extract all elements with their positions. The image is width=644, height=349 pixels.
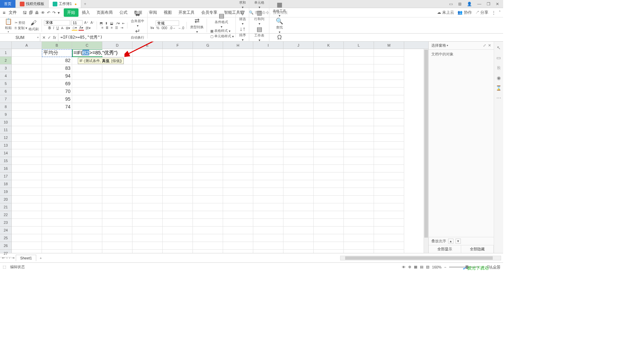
cell-D19[interactable]	[102, 188, 132, 196]
cell-M2[interactable]	[374, 57, 404, 64]
cell-H6[interactable]	[223, 88, 253, 95]
merge-center-button[interactable]: ⬌合并居中▾	[129, 11, 146, 28]
view-page-icon[interactable]: ▤	[420, 265, 423, 269]
row-header-14[interactable]: 14	[0, 149, 11, 157]
indent-dec-icon[interactable]: ⇤	[121, 21, 125, 26]
horizontal-scrollbar[interactable]	[340, 256, 501, 260]
fx-icon[interactable]: fx	[53, 35, 56, 40]
cell-F23[interactable]	[163, 219, 193, 227]
qat-dropdown-icon[interactable]: ▾	[58, 10, 60, 15]
cell-F4[interactable]	[163, 72, 193, 80]
cell-J18[interactable]	[283, 180, 314, 188]
cell-D6[interactable]	[102, 88, 132, 95]
cell-F3[interactable]	[163, 64, 193, 72]
cell-B7[interactable]: 95	[42, 95, 72, 103]
cells-button[interactable]: ▭单元格▾	[253, 0, 266, 9]
cell-K14[interactable]	[314, 149, 344, 157]
cell-G1[interactable]	[193, 49, 223, 57]
cell-L24[interactable]	[344, 227, 374, 234]
cell-L6[interactable]	[344, 88, 374, 95]
cell-M20[interactable]	[374, 196, 404, 203]
cell-D15[interactable]	[102, 157, 132, 165]
cell-C25[interactable]	[72, 234, 102, 242]
italic-button[interactable]: I	[52, 26, 55, 30]
align-bot-icon[interactable]: ⬓	[109, 21, 114, 26]
move-down-icon[interactable]: ▾	[455, 239, 461, 244]
cell-M4[interactable]	[374, 72, 404, 80]
row-header-25[interactable]: 25	[0, 234, 11, 242]
cell-K8[interactable]	[314, 103, 344, 111]
cell-C21[interactable]	[72, 203, 102, 211]
cell-F25[interactable]	[163, 234, 193, 242]
cell-L4[interactable]	[344, 72, 374, 80]
cell-B19[interactable]	[42, 188, 72, 196]
minimize-button[interactable]: —	[476, 2, 483, 6]
cell-A7[interactable]	[12, 95, 42, 103]
cell-I23[interactable]	[253, 219, 283, 227]
rowcol-button[interactable]: ▥行和列▾	[253, 9, 266, 26]
cell-K5[interactable]	[314, 80, 344, 88]
cell-B27[interactable]	[42, 250, 72, 253]
cell-M27[interactable]	[374, 250, 404, 253]
cell-K25[interactable]	[314, 234, 344, 242]
cell-F15[interactable]	[163, 157, 193, 165]
cell-B6[interactable]: 70	[42, 88, 72, 95]
cell-B21[interactable]	[42, 203, 72, 211]
cell-I4[interactable]	[253, 72, 283, 80]
cell-E4[interactable]	[132, 72, 163, 80]
cell-D10[interactable]	[102, 118, 132, 126]
cell-B3[interactable]: 83	[42, 64, 72, 72]
cell-style-button[interactable]: ▢ 单元格样式▾	[210, 34, 234, 39]
cell-C22[interactable]	[72, 211, 102, 219]
cell-M6[interactable]	[374, 88, 404, 95]
cell-J8[interactable]	[283, 103, 314, 111]
cell-D14[interactable]	[102, 149, 132, 157]
cell-F22[interactable]	[163, 211, 193, 219]
cell-H26[interactable]	[223, 242, 253, 250]
cell-B9[interactable]	[42, 111, 72, 118]
justify-icon[interactable]: ☰	[114, 26, 119, 30]
cell-E13[interactable]	[132, 142, 163, 149]
cell-A8[interactable]	[12, 103, 42, 111]
cell-F17[interactable]	[163, 172, 193, 180]
cell-K26[interactable]	[314, 242, 344, 250]
currency-icon[interactable]: ¥▾	[150, 26, 155, 30]
cell-D7[interactable]	[102, 95, 132, 103]
cell-E6[interactable]	[132, 88, 163, 95]
share-button[interactable]: ↗ 分享	[475, 10, 488, 15]
cell-C8[interactable]	[72, 103, 102, 111]
cell-I10[interactable]	[253, 118, 283, 126]
cell-G22[interactable]	[193, 211, 223, 219]
cell-K2[interactable]	[314, 57, 344, 64]
move-up-icon[interactable]: ▴	[448, 239, 453, 244]
cell-G4[interactable]	[193, 72, 223, 80]
cell-E27[interactable]	[132, 250, 163, 253]
cell-C16[interactable]	[72, 165, 102, 172]
cell-D3[interactable]	[102, 64, 132, 72]
cell-H20[interactable]	[223, 196, 253, 203]
cell-C17[interactable]	[72, 172, 102, 180]
cell-L27[interactable]	[344, 250, 374, 253]
cell-F13[interactable]	[163, 142, 193, 149]
cell-I2[interactable]	[253, 57, 283, 64]
panel-close-icon[interactable]: ✕	[488, 43, 491, 48]
type-convert-button[interactable]: ⇄类型转换▾	[189, 17, 205, 34]
collapse-ribbon-icon[interactable]: ˆ	[499, 10, 500, 15]
cell-J19[interactable]	[283, 188, 314, 196]
col-header-B[interactable]: B	[42, 42, 72, 49]
strike-button[interactable]: A̶	[60, 26, 64, 30]
row-header-21[interactable]: 21	[0, 203, 11, 211]
cell-I12[interactable]	[253, 134, 283, 142]
cell-G13[interactable]	[193, 142, 223, 149]
cell-H14[interactable]	[223, 149, 253, 157]
cell-D16[interactable]	[102, 165, 132, 172]
qat-print-icon[interactable]: 🖶	[35, 10, 39, 15]
select-all-corner[interactable]	[0, 42, 11, 49]
cell-D18[interactable]	[102, 180, 132, 188]
indent-inc-icon[interactable]: ⇥	[120, 26, 124, 30]
cell-M7[interactable]	[374, 95, 404, 103]
cell-M9[interactable]	[374, 111, 404, 118]
cell-C10[interactable]	[72, 118, 102, 126]
cell-H7[interactable]	[223, 95, 253, 103]
cell-K16[interactable]	[314, 165, 344, 172]
